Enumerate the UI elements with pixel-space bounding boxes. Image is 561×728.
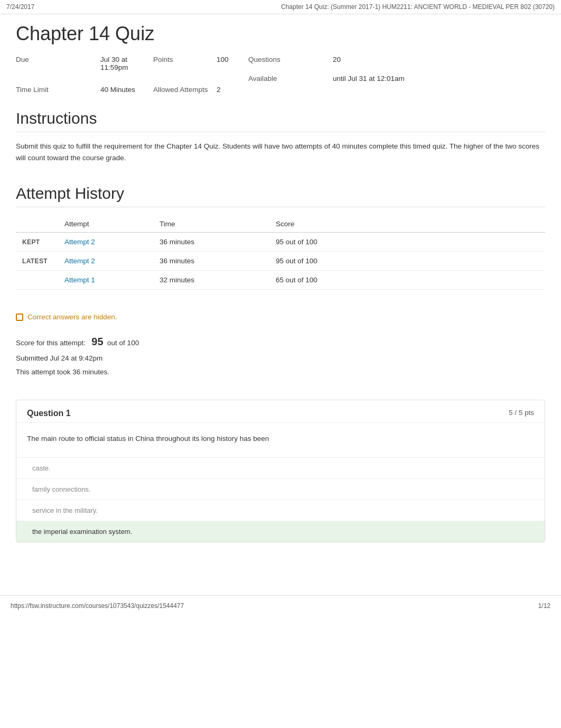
notice-icon — [16, 314, 23, 321]
attempt-table: Attempt Time Score KEPT Attempt 2 36 min… — [16, 216, 545, 290]
footer-page: 1/12 — [538, 602, 550, 610]
time-limit-value: 40 Minutes — [100, 86, 153, 94]
page-title: Chapter 14 Quiz — [16, 23, 545, 45]
row-attempt-0[interactable]: Attempt 2 — [58, 233, 153, 252]
col-label-header — [16, 216, 58, 233]
top-bar-title: Chapter 14 Quiz: (Summer 2017-1) HUM2211… — [281, 3, 555, 11]
score-summary: Score for this attempt: 95 out of 100 Su… — [16, 331, 545, 379]
meta-grid: Due Jul 30 at 11:59pm Points 100 Questio… — [16, 56, 545, 94]
question-1-pts: 5 / 5 pts — [509, 409, 534, 417]
instructions-section-title: Instructions — [16, 109, 545, 132]
row-score-1: 95 out of 100 — [269, 252, 545, 271]
footer-url: https://fsw.instructure.com/courses/1073… — [11, 602, 184, 610]
questions-value: 20 — [333, 56, 545, 71]
question-1-options: caste.family connections.service in the … — [16, 457, 545, 542]
row-label-2 — [16, 271, 58, 290]
submitted-text: Submitted Jul 24 at 9:42pm — [16, 352, 545, 365]
available-label: Available — [248, 75, 333, 82]
col-attempt-header: Attempt — [58, 216, 153, 233]
allowed-attempts-value: 2 — [217, 86, 248, 94]
page-content: Chapter 14 Quiz Due Jul 30 at 11:59pm Po… — [0, 14, 561, 574]
time-limit-label: Time Limit — [16, 86, 100, 94]
points-value: 100 — [217, 56, 248, 71]
question-1-body: The main route to official status in Chi… — [16, 423, 545, 444]
duration-text: This attempt took 36 minutes. — [16, 365, 545, 379]
points-label: Points — [153, 56, 217, 71]
table-row: Attempt 1 32 minutes 65 out of 100 — [16, 271, 545, 290]
page-footer: https://fsw.instructure.com/courses/1073… — [0, 595, 561, 616]
col-time-header: Time — [153, 216, 269, 233]
row-time-0: 36 minutes — [153, 233, 269, 252]
answer-option-1[interactable]: family connections. — [16, 478, 545, 500]
row-time-2: 32 minutes — [153, 271, 269, 290]
question-1-title: Question 1 — [27, 409, 71, 418]
available-value: until Jul 31 at 12:01am — [333, 75, 545, 82]
row-score-2: 65 out of 100 — [269, 271, 545, 290]
score-label: Score for this attempt: — [16, 339, 86, 347]
table-row: KEPT Attempt 2 36 minutes 95 out of 100 — [16, 233, 545, 252]
score-number: 95 — [91, 336, 103, 347]
top-bar-date: 7/24/2017 — [6, 3, 34, 11]
row-time-1: 36 minutes — [153, 252, 269, 271]
question-1-header: Question 1 5 / 5 pts — [16, 400, 545, 423]
due-label: Due — [16, 56, 100, 71]
row-attempt-2[interactable]: Attempt 1 — [58, 271, 153, 290]
attempt-history-section: Attempt History Attempt Time Score KEPT … — [16, 185, 545, 290]
question-1-section: Question 1 5 / 5 pts The main route to o… — [16, 400, 545, 542]
row-label-0: KEPT — [16, 233, 58, 252]
due-value: Jul 30 at 11:59pm — [100, 56, 153, 71]
notice-text: Correct answers are hidden. — [27, 313, 117, 321]
row-attempt-1[interactable]: Attempt 2 — [58, 252, 153, 271]
attempt-history-title: Attempt History — [16, 185, 545, 207]
row-score-0: 95 out of 100 — [269, 233, 545, 252]
answer-option-2[interactable]: service in the military. — [16, 500, 545, 521]
notice-box: Correct answers are hidden. — [16, 311, 545, 323]
question-1-text: The main route to official status in Chi… — [27, 434, 534, 444]
col-score-header: Score — [269, 216, 545, 233]
questions-label: Questions — [248, 56, 333, 71]
table-row: LATEST Attempt 2 36 minutes 95 out of 10… — [16, 252, 545, 271]
instructions-text: Submit this quiz to fulfill the requirem… — [16, 141, 545, 163]
answer-option-3[interactable]: the imperial examination system. — [16, 521, 545, 542]
allowed-attempts-label: Allowed Attempts — [153, 86, 217, 94]
row-label-1: LATEST — [16, 252, 58, 271]
score-out-of: out of 100 — [107, 339, 139, 347]
answer-option-0[interactable]: caste. — [16, 457, 545, 478]
top-bar: 7/24/2017 Chapter 14 Quiz: (Summer 2017-… — [0, 0, 561, 14]
